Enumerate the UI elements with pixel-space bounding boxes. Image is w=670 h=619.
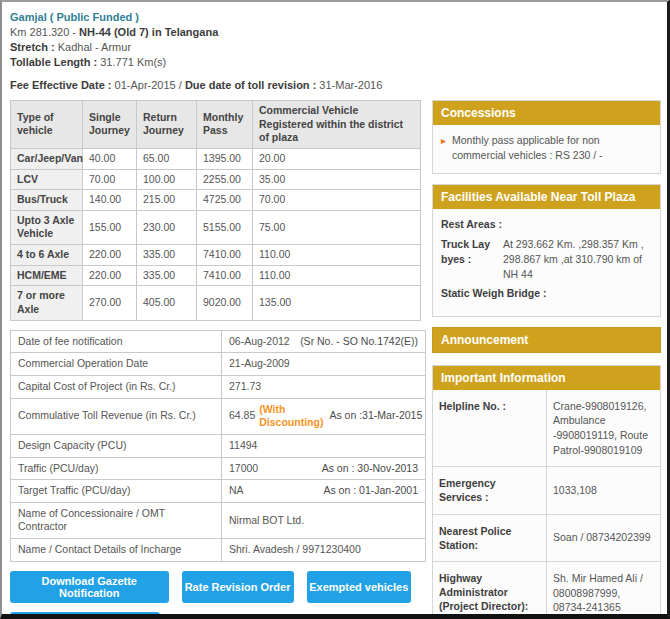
detail-label: Date of fee notification [11, 330, 222, 353]
single-journey-cell: 40.00 [83, 148, 137, 169]
table-row: Bus/Truck 140.00 215.00 4725.00 70.00 [11, 190, 421, 211]
list-item: ▸ Monthly pass applicable for non commer… [441, 133, 653, 163]
single-journey-cell: 270.00 [83, 286, 137, 320]
table-row: Date of fee notification 06-Aug-2012(Sr … [11, 330, 426, 353]
bullet-arrow-icon: ▸ [441, 133, 446, 163]
detail-value: 64.85 [229, 409, 255, 423]
detail-value: 11494 [229, 439, 257, 453]
facility-row: Truck Lay byes : At 293.662 Km. ,298.357… [441, 237, 653, 283]
fee-effective-line: Fee Effective Date : 01-Apr-2015 / Due d… [10, 78, 661, 93]
nearest-police-station-value: Soan / 08734202399 [546, 515, 660, 561]
return-journey-cell: 335.00 [137, 265, 197, 286]
project-details-table: Date of fee notification 06-Aug-2012(Sr … [10, 330, 426, 562]
toll-rate-table: Type of vehicle Single Journey Return Jo… [10, 100, 421, 321]
helpline-value: Crane-9908019126, Ambulance -9908019119,… [546, 390, 660, 467]
detail-label: Design Capacity (PCU) [11, 434, 222, 457]
table-row: Highway Administrator (Project Director)… [433, 561, 660, 619]
separator: / [179, 79, 182, 91]
table-row: Design Capacity (PCU) 11494 [11, 434, 426, 457]
rate-header-row: Type of vehicle Single Journey Return Jo… [11, 101, 421, 149]
monthly-pass-cell: 2255.00 [197, 169, 253, 190]
detail-note: (Sr No. - SO No.1742(E)) [294, 335, 418, 349]
detail-value: Shri. Avadesh / 9971230400 [229, 543, 361, 557]
monthly-pass-cell: 4725.00 [197, 190, 253, 211]
vehicle-type-cell: LCV [11, 169, 83, 190]
monthly-pass-cell: 7410.00 [197, 265, 253, 286]
rate-revision-order-button[interactable]: Rate Revision Order [182, 571, 294, 603]
emergency-services-value: 1033,108 [546, 467, 660, 513]
table-row: LCV 70.00 100.00 2255.00 35.00 [11, 169, 421, 190]
truck-lay-byes-value: At 293.662 Km. ,298.357 Km , 298.867 km … [503, 237, 653, 283]
table-row: Commulative Toll Revenue (in Rs. Cr.) 64… [11, 398, 426, 434]
detail-label: Commercial Operation Date [11, 353, 222, 376]
vehicle-type-cell: Bus/Truck [11, 190, 83, 211]
plaza-location-line: Km 281.320 - NH-44 (Old 7) in Telangana [10, 25, 661, 40]
single-journey-cell: 70.00 [83, 169, 137, 190]
return-journey-cell: 100.00 [137, 169, 197, 190]
detail-label: Capital Cost of Project (in Rs. Cr.) [11, 375, 222, 398]
vehicle-type-cell: 4 to 6 Axle [11, 245, 83, 266]
fee-effective-label: Fee Effective Date : [10, 79, 115, 91]
detail-value: 06-Aug-2012 [229, 335, 290, 349]
exempted-vehicles-button[interactable]: Exempted vehicles [307, 571, 411, 603]
download-gazette-notification-button[interactable]: Download Gazette Notification [10, 571, 169, 603]
col-commercial-vehicle: Commercial Vehicle Registered within the… [253, 101, 421, 149]
table-row: 4 to 6 Axle 220.00 335.00 7410.00 110.00 [11, 245, 421, 266]
detail-label: Name / Contact Details of Incharge [11, 539, 222, 562]
action-buttons-row-1: Download Gazette Notification Rate Revis… [10, 571, 424, 603]
table-row: HCM/EME 220.00 335.00 7410.00 110.00 [11, 265, 421, 286]
tollable-length-value: 31.771 Km(s) [100, 56, 166, 68]
detail-label: Name of Concessionaire / OMT Contractor [11, 502, 222, 538]
tollable-length-label: Tollable Length : [10, 56, 100, 68]
facilities-body: Rest Areas : Truck Lay byes : At 293.662… [433, 209, 660, 315]
monthly-inspection-report-button[interactable]: Monthly Inspection report [10, 612, 160, 619]
rest-areas-label: Rest Areas : [441, 217, 653, 232]
vehicle-type-cell: HCM/EME [11, 265, 83, 286]
return-journey-cell: 230.00 [137, 210, 197, 244]
detail-value: 271.73 [229, 380, 261, 394]
tollable-length-line: Tollable Length : 31.771 Km(s) [10, 55, 661, 70]
toll-plaza-page: Gamjal ( Public Funded ) Km 281.320 - NH… [0, 0, 670, 619]
table-row: Capital Cost of Project (in Rs. Cr.) 271… [11, 375, 426, 398]
col-type-of-vehicle: Type of vehicle [11, 101, 83, 149]
concession-text: Monthly pass applicable for non commerci… [452, 133, 653, 163]
table-row: 7 or more Axle 270.00 405.00 9020.00 135… [11, 286, 421, 320]
concessions-body: ▸ Monthly pass applicable for non commer… [433, 125, 660, 173]
stretch-label: Stretch : [10, 41, 58, 53]
facilities-panel: Facilities Available Near Toll Plaza Res… [432, 184, 661, 316]
vehicle-type-cell: Upto 3 Axle Vehicle [11, 210, 83, 244]
concessions-header: Concessions [433, 101, 660, 125]
static-weigh-bridge-label: Static Weigh Bridge : [441, 286, 653, 301]
revision-label: Due date of toll revision : [185, 79, 319, 91]
commercial-cell: 110.00 [253, 245, 421, 266]
detail-label: Commulative Toll Revenue (in Rs. Cr.) [11, 398, 222, 434]
vehicle-type-cell: 7 or more Axle [11, 286, 83, 320]
commercial-cell: 70.00 [253, 190, 421, 211]
nearest-police-station-label: Nearest Police Station: [433, 515, 546, 561]
facilities-header: Facilities Available Near Toll Plaza [433, 185, 660, 209]
table-row: Nearest Police Station: Soan / 087342023… [433, 514, 660, 561]
detail-value: NA [229, 484, 244, 498]
plaza-name-link[interactable]: Gamjal ( Public Funded ) [10, 11, 139, 23]
facility-row: Rest Areas : [441, 217, 653, 232]
monthly-pass-cell: 7410.00 [197, 245, 253, 266]
discounting-highlight: (With Discounting) [259, 403, 323, 430]
highway-administrator-value: Sh. Mir Hamed Ali / 08008987999, 08734-2… [546, 562, 660, 619]
important-information-table: Helpline No. : Crane-9908019126, Ambulan… [433, 390, 660, 619]
return-journey-cell: 405.00 [137, 286, 197, 320]
col-monthly-pass: Monthly Pass [197, 101, 253, 149]
emergency-services-label: Emergency Services : [433, 467, 546, 513]
left-column: Type of vehicle Single Journey Return Jo… [10, 100, 424, 619]
return-journey-cell: 335.00 [137, 245, 197, 266]
announcement-header: Announcement [432, 327, 661, 353]
col-return-journey: Return Journey [137, 101, 197, 149]
table-row: Upto 3 Axle Vehicle 155.00 230.00 5155.0… [11, 210, 421, 244]
important-information-panel: Important Information Helpline No. : Cra… [432, 365, 661, 619]
right-sidebar: Concessions ▸ Monthly pass applicable fo… [432, 100, 661, 619]
monthly-pass-cell: 1395.00 [197, 148, 253, 169]
return-journey-cell: 215.00 [137, 190, 197, 211]
table-row: Emergency Services : 1033,108 [433, 466, 660, 513]
table-row: Traffic (PCU/day) 17000As on : 30-Nov-20… [11, 457, 426, 480]
table-row: Target Traffic (PCU/day) NAAs on : 01-Ja… [11, 480, 426, 503]
stretch-value: Kadhal - Armur [58, 41, 131, 53]
